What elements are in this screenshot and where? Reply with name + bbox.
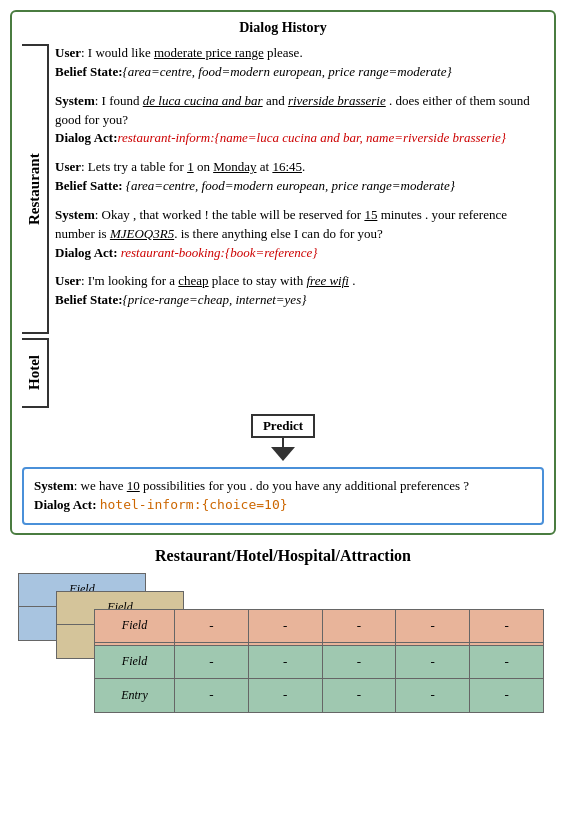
h-dash-2: - [249, 610, 323, 643]
arrow-graphic [271, 438, 295, 461]
system-turn-2-text: System: I found de luca cucina and bar a… [55, 92, 544, 130]
system-response-box: System: we have 10 possibilities for you… [22, 467, 544, 525]
ae-dash-4: - [396, 679, 470, 712]
speaker-user-1: User [55, 45, 81, 60]
turn-2: System: I found de luca cucina and bar a… [55, 92, 544, 149]
speaker-system-2: System [55, 93, 95, 108]
attraction-dash-row: - - - - - [175, 646, 543, 679]
dialog-history-box: Dialog History Restaurant Hotel User: I … [10, 10, 556, 535]
hospital-top-row: Field - - - - - [95, 610, 543, 644]
ae-dash-2: - [249, 679, 323, 712]
belief-label-5: Belief State: [55, 292, 123, 307]
a-dash-5: - [470, 646, 543, 679]
predict-container: Predict [22, 414, 544, 461]
restaurant-label: Restaurant [22, 44, 49, 334]
h-dash-1: - [175, 610, 249, 643]
highlight-1: 1 [187, 159, 194, 174]
hospital-field-label: Field [122, 618, 147, 633]
attraction-top-row: Field - - - - - [95, 646, 543, 680]
highlight-freewifi: free wifi [306, 273, 349, 288]
speaker-system-4: System [55, 207, 95, 222]
dialog-act-label-2: Dialog Act: [55, 130, 117, 145]
main-container: Dialog History Restaurant Hotel User: I … [10, 10, 556, 723]
dialog-history-title: Dialog History [22, 20, 544, 36]
hospital-dash-row: - - - - - [175, 610, 543, 643]
dialog-act-2: Dialog Act:restaurant-inform:{name=luca … [55, 129, 544, 148]
hotel-label: Hotel [22, 338, 49, 408]
highlight-mjeoq: MJEOQ3R5 [110, 226, 174, 241]
highlight-1645: 16:45 [272, 159, 302, 174]
belief-state-1: Belief State:{area=centre, food=modern e… [55, 63, 544, 82]
a-dash-4: - [396, 646, 470, 679]
side-labels: Restaurant Hotel [22, 44, 49, 408]
arrow-head [271, 447, 295, 461]
speaker-user-5: User [55, 273, 81, 288]
system-dialog-act: Dialog Act: hotel-inform:{choice=10} [34, 496, 532, 515]
turn-3: User: Lets try a table for 1 on Monday a… [55, 158, 544, 196]
stacked-table: Field Entry Field Entry Field - - - [18, 573, 548, 723]
dialog-act-content-4: restaurant-booking:{book=reference} [121, 245, 318, 260]
ae-dash-5: - [470, 679, 543, 712]
highlight-riverside: riverside brasserie [288, 93, 386, 108]
bottom-title: Restaurant/Hotel/Hospital/Attraction [10, 547, 556, 565]
highlight-15: 15 [364, 207, 377, 222]
a-dash-1: - [175, 646, 249, 679]
belief-state-5: Belief State:{price-range=cheap, interne… [55, 291, 544, 310]
turn-1: User: I would like moderate price range … [55, 44, 544, 82]
h-dash-4: - [396, 610, 470, 643]
system-act-content: hotel-inform:{choice=10} [100, 497, 288, 512]
attraction-field-label: Field [122, 654, 147, 669]
turn-5: User: I'm looking for a cheap place to s… [55, 272, 544, 310]
user-turn-5-text: User: I'm looking for a cheap place to s… [55, 272, 544, 291]
system-response-text: System: we have 10 possibilities for you… [34, 477, 532, 496]
dialog-act-label-4: Dialog Act: [55, 245, 121, 260]
user-turn-3-text: User: Lets try a table for 1 on Monday a… [55, 158, 544, 177]
h-dash-3: - [323, 610, 397, 643]
highlight-moderate: moderate price range [154, 45, 264, 60]
belief-content-5: {price-range=cheap, internet=yes} [123, 292, 307, 307]
ae-dash-1: - [175, 679, 249, 712]
predict-box: Predict [251, 414, 315, 438]
speaker-system-response: System [34, 478, 74, 493]
highlight-10: 10 [127, 478, 140, 493]
attraction-entry-text: Entry [121, 688, 148, 703]
ae-dash-3: - [323, 679, 397, 712]
system-act-label: Dialog Act: [34, 497, 100, 512]
restaurant-hotel-wrapper: Restaurant Hotel User: I would like mode… [22, 44, 544, 408]
h-dash-5: - [470, 610, 543, 643]
dialog-act-4: Dialog Act: restaurant-booking:{book=ref… [55, 244, 544, 263]
attraction-entry-dashes: - - - - - [175, 679, 543, 712]
dialog-act-content-2: restaurant-inform:{name=luca cucina and … [117, 130, 506, 145]
belief-state-3: Belief Satte: {area=centre, food=modern … [55, 177, 544, 196]
a-dash-3: - [323, 646, 397, 679]
dialog-content: User: I would like moderate price range … [55, 44, 544, 408]
belief-label-1: Belief State: [55, 64, 123, 79]
system-turn-4-text: System: Okay , that worked ! the table w… [55, 206, 544, 244]
highlight-deluca: de luca cucina and bar [143, 93, 263, 108]
highlight-cheap: cheap [178, 273, 208, 288]
belief-satte-content: {area=centre, food=modern european, pric… [126, 178, 455, 193]
a-dash-2: - [249, 646, 323, 679]
attraction-entry-label: Entry [95, 679, 175, 712]
highlight-monday: Monday [213, 159, 256, 174]
user-turn-1-text: User: I would like moderate price range … [55, 44, 544, 63]
attraction-bottom-row: Entry - - - - - [95, 679, 543, 712]
hospital-field-entry: Field [95, 610, 175, 643]
belief-content-1: {area=centre, food=modern european, pric… [123, 64, 452, 79]
speaker-user-3: User [55, 159, 81, 174]
belief-satte-label: Belief Satte: [55, 178, 126, 193]
predict-arrow: Predict [251, 414, 315, 461]
turn-4: System: Okay , that worked ! the table w… [55, 206, 544, 263]
layer-attraction: Field - - - - - Entry - [94, 645, 544, 713]
bottom-section: Restaurant/Hotel/Hospital/Attraction Fie… [10, 547, 556, 723]
attraction-field-entry: Field [95, 646, 175, 679]
